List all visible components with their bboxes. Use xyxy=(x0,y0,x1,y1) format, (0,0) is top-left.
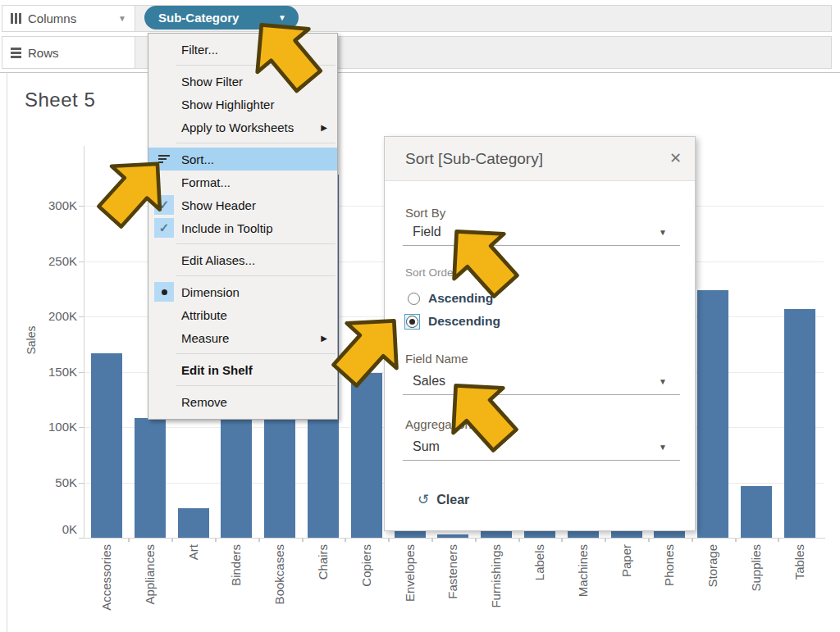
y-tick-label: 100K xyxy=(31,420,77,434)
bar-fasteners[interactable] xyxy=(437,534,468,538)
bar-art[interactable] xyxy=(178,508,209,539)
aggregation-sum-dropdown[interactable]: Sum xyxy=(413,439,440,454)
menu-item-include-in-tooltip[interactable]: ✓Include in Tooltip xyxy=(148,216,337,239)
menu-item-edit-in-shelf[interactable]: Edit in Shelf xyxy=(148,358,337,381)
radio-focus-box xyxy=(404,314,420,330)
field-name-sales-dropdown[interactable]: Sales xyxy=(413,374,445,389)
menu-item-label: Remove xyxy=(181,395,227,409)
menu-item-measure[interactable]: Measure▶ xyxy=(148,326,337,349)
aggregation-caret-icon[interactable]: ▼ xyxy=(659,443,667,452)
sort-by-field-dropdown[interactable]: Field xyxy=(413,225,441,239)
x-boundary-tick xyxy=(302,539,304,542)
menu-item-apply-to-worksheets[interactable]: Apply to Worksheets▶ xyxy=(148,116,337,139)
sheet-top-border xyxy=(0,72,840,73)
x-category-label: Bookcases xyxy=(273,544,286,630)
bar-storage[interactable] xyxy=(697,290,728,538)
bar-accessories[interactable] xyxy=(91,353,122,539)
y-tick xyxy=(79,538,84,539)
x-category-label: Storage xyxy=(706,544,719,630)
menu-item-label: Edit in Shelf xyxy=(181,363,253,377)
y-tick xyxy=(79,316,84,317)
x-boundary-tick xyxy=(128,539,130,542)
rows-shelf-label: Rows xyxy=(28,46,59,60)
menu-item-label: Measure xyxy=(181,331,229,345)
sort-by-caret-icon[interactable]: ▼ xyxy=(659,228,667,237)
menu-item-attribute[interactable]: Attribute xyxy=(148,303,337,326)
x-boundary-tick xyxy=(215,539,217,542)
tableau-workspace: Sheet 5 Sales 0K50K100K150K200K250K300KA… xyxy=(0,0,840,632)
x-boundary-tick xyxy=(778,539,779,542)
x-category-label: Copiers xyxy=(360,544,373,630)
menu-item-remove[interactable]: Remove xyxy=(148,390,337,413)
y-axis-line xyxy=(84,146,84,539)
x-boundary-tick xyxy=(171,539,173,542)
x-boundary-tick xyxy=(258,539,260,542)
x-boundary-tick xyxy=(431,539,433,542)
x-category-label: Chairs xyxy=(317,544,330,630)
x-boundary-tick xyxy=(475,539,477,542)
bar-bookcases[interactable] xyxy=(264,411,295,538)
rows-icon xyxy=(11,48,21,58)
columns-shelf-label-box: Columns ▼ xyxy=(2,6,135,31)
x-category-label: Labels xyxy=(533,544,546,630)
clear-button-label: Clear xyxy=(436,493,469,507)
sheet-title: Sheet 5 xyxy=(25,89,95,111)
radio-button-icon[interactable] xyxy=(408,293,420,305)
sub-category-pill-label: Sub-Category xyxy=(158,11,239,25)
menu-item-label: Show Highlighter xyxy=(181,98,274,111)
x-boundary-tick xyxy=(518,539,520,542)
field-name-caret-icon[interactable]: ▼ xyxy=(659,377,667,386)
menu-item-sort[interactable]: Sort... xyxy=(148,148,337,171)
menu-separator xyxy=(176,143,336,143)
y-tick xyxy=(79,261,84,262)
x-category-label: Furnishings xyxy=(490,544,503,630)
menu-separator xyxy=(176,385,336,386)
columns-icon xyxy=(11,13,21,24)
menu-separator xyxy=(176,243,336,244)
x-category-label: Paper xyxy=(620,544,633,630)
columns-shelf-caret-icon[interactable]: ▼ xyxy=(118,14,126,23)
y-tick-label: 0K xyxy=(31,522,77,537)
y-tick-label: 200K xyxy=(31,309,77,324)
sort-dialog-title: Sort [Sub-Category] xyxy=(405,137,543,181)
menu-item-label: Show Header xyxy=(181,198,256,212)
y-tick xyxy=(79,427,84,428)
radio-button-icon[interactable] xyxy=(406,316,418,328)
bar-supplies[interactable] xyxy=(741,486,772,539)
menu-separator xyxy=(176,353,336,354)
bar-tables[interactable] xyxy=(784,309,815,539)
radio-bullet-icon xyxy=(152,282,176,302)
aggregation-underline xyxy=(403,460,680,461)
menu-separator xyxy=(176,275,336,276)
radio-descending[interactable]: Descending xyxy=(408,312,500,330)
x-category-label: Appliances xyxy=(144,544,157,630)
menu-item-label: Sort... xyxy=(181,152,214,166)
x-boundary-tick xyxy=(605,539,606,542)
menu-item-label: Include in Tooltip xyxy=(181,221,272,235)
rows-shelf[interactable]: Rows xyxy=(2,36,832,69)
clear-button[interactable]: ↺ Clear xyxy=(418,491,469,508)
menu-item-show-highlighter[interactable]: Show Highlighter xyxy=(148,93,337,116)
x-category-label: Machines xyxy=(577,544,590,630)
menu-item-label: Dimension xyxy=(181,285,240,299)
y-tick-label: 300K xyxy=(31,198,77,213)
x-category-label: Fasteners xyxy=(446,544,459,630)
menu-item-edit-aliases[interactable]: Edit Aliases... xyxy=(148,248,337,271)
radio-label: Descending xyxy=(428,314,500,329)
columns-shelf[interactable]: Columns ▼ xyxy=(2,5,832,32)
close-icon[interactable]: ✕ xyxy=(669,149,682,167)
menu-item-label: Show Filter xyxy=(181,75,243,89)
y-tick-label: 150K xyxy=(31,365,77,380)
x-category-label: Art xyxy=(187,544,200,630)
y-tick xyxy=(79,372,84,373)
x-category-label: Binders xyxy=(230,544,243,630)
x-axis-line xyxy=(84,538,825,539)
x-category-label: Phones xyxy=(663,544,676,630)
x-category-label: Supplies xyxy=(750,544,763,630)
bar-appliances[interactable] xyxy=(135,418,166,538)
x-category-label: Envelopes xyxy=(404,544,417,630)
x-boundary-tick xyxy=(561,539,563,542)
menu-item-dimension[interactable]: Dimension xyxy=(148,280,337,303)
x-boundary-tick xyxy=(735,539,737,542)
x-category-label: Tables xyxy=(793,544,806,630)
